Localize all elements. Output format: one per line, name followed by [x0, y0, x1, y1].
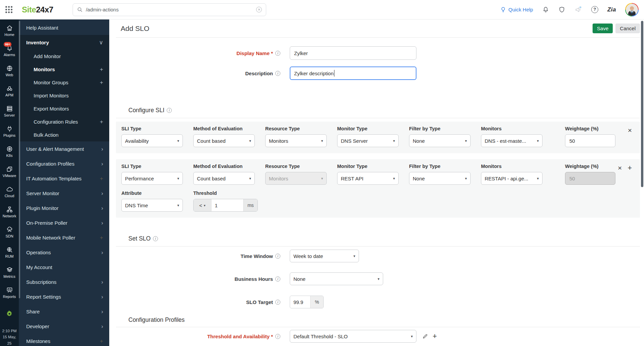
zia-assistant-icon[interactable]: Zia — [607, 6, 616, 13]
sidebar-item-accessory-icon[interactable]: ∨ — [99, 40, 103, 45]
sli-select[interactable]: Availability ▾ — [121, 134, 183, 147]
slo-target-input[interactable]: 99.9 — [290, 296, 310, 308]
sidebar-item[interactable]: On-Premise Poller › — [19, 215, 109, 230]
sli-select[interactable]: None ▾ — [409, 134, 471, 147]
sidebar-item-accessory-icon[interactable]: + — [100, 338, 103, 344]
sidebar-item-accessory-icon[interactable]: › — [101, 279, 103, 285]
page-scrollbar[interactable] — [641, 21, 643, 187]
sidebar-item-accessory-icon[interactable]: › — [101, 294, 103, 300]
sidebar-item-accessory-icon[interactable]: › — [101, 250, 103, 255]
info-icon[interactable]: i — [275, 300, 280, 305]
sidebar-item-accessory-icon[interactable]: › — [101, 323, 103, 329]
sidebar-item-accessory-icon[interactable]: › — [101, 146, 103, 152]
sidebar-item[interactable]: Configuration Rules + — [19, 115, 109, 128]
rail-item[interactable]: Home — [0, 24, 19, 44]
sidebar-item[interactable]: Add Monitor — [19, 50, 109, 63]
quick-help-button[interactable]: Quick Help — [500, 6, 533, 13]
edit-profile-pencil-icon[interactable] — [422, 333, 428, 339]
user-avatar[interactable] — [625, 3, 639, 16]
global-search-input[interactable]: /admin-actions ✕ — [73, 3, 266, 16]
sidebar-item-accessory-icon[interactable]: › — [101, 309, 103, 314]
sidebar-item[interactable]: IT Automation Templates + — [19, 171, 109, 186]
sidebar-item[interactable]: Report Settings › — [19, 289, 109, 304]
apps-grid-icon[interactable] — [5, 6, 12, 13]
sli-select[interactable]: DNS - est-maste... ▾ — [481, 134, 542, 147]
sidebar-item[interactable]: User & Alert Management › — [19, 141, 109, 156]
sidebar-item[interactable]: Operations › — [19, 245, 109, 260]
sli-select[interactable]: RESTAPI - api.ge... ▾ — [481, 172, 542, 185]
sidebar-item[interactable]: Help Assistant — [19, 20, 109, 35]
remove-sli-button[interactable]: × — [628, 127, 632, 134]
attribute-select[interactable]: DNS Time ▾ — [121, 199, 183, 212]
display-name-input[interactable]: Zylker — [290, 46, 416, 60]
sidebar-item[interactable]: Subscriptions › — [19, 274, 109, 289]
info-icon[interactable]: i — [153, 236, 158, 241]
sidebar-item-accessory-icon[interactable]: + — [100, 80, 103, 85]
info-icon[interactable]: i — [275, 71, 280, 76]
info-icon[interactable]: i — [275, 51, 280, 56]
rail-item[interactable]: APM — [0, 85, 19, 105]
sidebar-item-accessory-icon[interactable]: › — [101, 220, 103, 226]
rail-item[interactable]: RUM — [0, 246, 19, 266]
sidebar-item[interactable]: Server Monitor › — [19, 186, 109, 201]
sli-select[interactable]: None ▾ — [409, 172, 471, 185]
sidebar-item[interactable]: Mobile Network Poller + — [19, 230, 109, 245]
sidebar-item[interactable]: Developer › — [19, 319, 109, 334]
sidebar-item[interactable]: My Account — [19, 260, 109, 274]
sidebar-item-accessory-icon[interactable]: › — [101, 205, 103, 211]
announcements-megaphone-icon[interactable] — [574, 6, 582, 13]
sidebar-item-accessory-icon[interactable]: › — [101, 190, 103, 196]
help-question-icon[interactable]: ? — [591, 6, 598, 13]
sidebar-item-accessory-icon[interactable]: + — [100, 119, 103, 125]
sli-select[interactable]: DNS Server ▾ — [337, 134, 399, 147]
sidebar-item-accessory-icon[interactable]: + — [100, 176, 103, 181]
description-input[interactable]: Zylker description — [290, 67, 416, 80]
sidebar-item[interactable]: Inventory ∨ — [19, 35, 109, 50]
business-hours-select[interactable]: None ▾ — [290, 272, 383, 285]
sidebar-item[interactable]: Milestones + — [19, 334, 109, 346]
cancel-button[interactable]: Cancel — [615, 24, 640, 33]
time-window-select[interactable]: Week to date ▾ — [290, 250, 359, 262]
threshold-operator-select[interactable]: < ▾ — [194, 199, 211, 211]
threshold-value-input[interactable]: 1 — [211, 199, 243, 211]
info-icon[interactable]: i — [275, 254, 280, 259]
notifications-bell-icon[interactable] — [542, 6, 549, 13]
sli-select[interactable]: Monitors ▾ — [265, 134, 327, 147]
sidebar-item-accessory-icon[interactable]: + — [100, 235, 103, 241]
settings-gear-icon[interactable] — [5, 310, 13, 319]
sli-select[interactable]: Performance ▾ — [121, 172, 183, 185]
rail-item[interactable]: Server — [0, 105, 19, 125]
rail-item[interactable]: Plugins — [0, 125, 19, 145]
sidebar-item[interactable]: Monitor Groups + — [19, 76, 109, 89]
sli-select[interactable]: REST API ▾ — [337, 172, 399, 185]
rail-item[interactable]: SDN — [0, 226, 19, 246]
info-icon[interactable]: i — [275, 334, 280, 339]
security-shield-icon[interactable] — [558, 6, 565, 13]
threshold-availability-select[interactable]: Default Threshold - SLO ▾ — [290, 330, 416, 343]
sidebar-item[interactable]: Configuration Profiles › — [19, 156, 109, 171]
sidebar-item[interactable]: Export Monitors — [19, 102, 109, 115]
info-icon[interactable]: i — [275, 276, 280, 282]
save-button[interactable]: Save — [593, 24, 613, 33]
rail-item[interactable]: K8s — [0, 145, 19, 165]
site24x7-logo[interactable]: Site24x7 — [22, 5, 53, 14]
sidebar-item-accessory-icon[interactable]: + — [100, 67, 103, 72]
weightage-input[interactable]: 50 — [565, 134, 615, 147]
sidebar-item-accessory-icon[interactable]: › — [101, 161, 103, 167]
info-icon[interactable]: i — [167, 108, 172, 113]
rail-item[interactable]: VMware — [0, 165, 19, 185]
sidebar-item[interactable]: Bulk Action — [19, 128, 109, 141]
sli-select[interactable]: Count based ▾ — [193, 134, 255, 147]
sidebar-item[interactable]: Import Monitors — [19, 89, 109, 102]
remove-sli-button[interactable]: × — [618, 164, 622, 172]
sli-select[interactable]: Count based ▾ — [193, 172, 255, 185]
sidebar-item[interactable]: Monitors + — [19, 63, 109, 76]
rail-item[interactable]: Metrics — [0, 266, 19, 286]
add-profile-button[interactable]: + — [433, 333, 437, 340]
rail-item[interactable]: Web — [0, 64, 19, 85]
sli-select[interactable]: Monitors ▾ — [265, 172, 327, 185]
sidebar-item[interactable]: Share › — [19, 304, 109, 319]
rail-item[interactable]: 99+ Alarms — [0, 44, 19, 64]
rail-item[interactable]: Network — [0, 206, 19, 226]
rail-item[interactable]: Reports — [0, 286, 19, 306]
